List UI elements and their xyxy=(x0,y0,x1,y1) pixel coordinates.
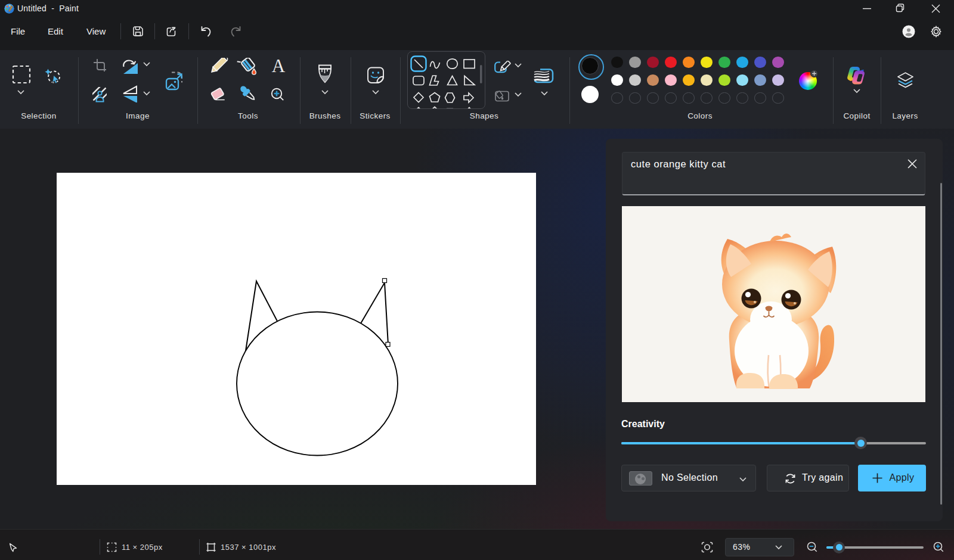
svg-text:A: A xyxy=(272,58,286,76)
